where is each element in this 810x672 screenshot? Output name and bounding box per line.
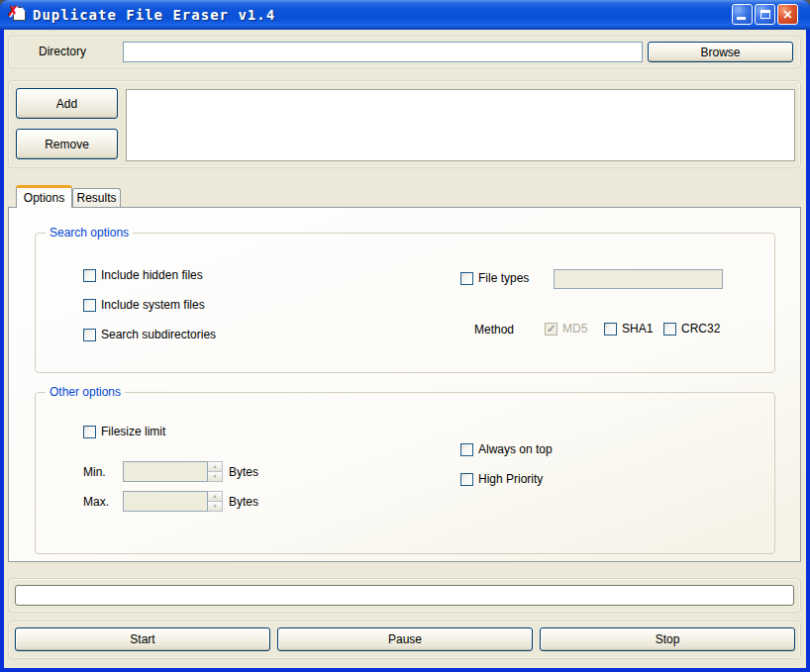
search-subdirectories-label: Search subdirectories: [101, 328, 216, 341]
app-window: ✗ Duplicate File Eraser v1.4 ✕ Directory…: [0, 0, 810, 672]
min-spinner[interactable]: ▲ ▼: [208, 461, 223, 482]
red-x-icon: ✗: [7, 3, 19, 19]
remove-button[interactable]: Remove: [16, 129, 118, 159]
search-options-group: Search options Include hidden files Incl…: [35, 233, 775, 373]
directory-input[interactable]: [123, 42, 643, 62]
method-crc32-row: CRC32: [663, 320, 720, 337]
other-options-title: Other options: [46, 385, 125, 399]
search-subdirectories-checkbox[interactable]: [83, 329, 96, 341]
method-sha1-row: SHA1: [604, 320, 653, 337]
method-md5-row: ✓ MD5: [545, 320, 587, 337]
browse-button[interactable]: Browse: [648, 42, 793, 62]
folders-panel: Add Remove: [8, 80, 801, 168]
min-row: Min. ▲ ▼ Bytes: [83, 461, 258, 482]
pause-button[interactable]: Pause: [277, 627, 533, 651]
md5-label: MD5: [562, 322, 587, 336]
include-system-files-row: Include system files: [83, 296, 205, 314]
max-label: Max.: [83, 495, 123, 509]
always-on-top-row: Always on top: [460, 440, 553, 458]
filesize-limit-row: Filesize limit: [83, 423, 165, 440]
folder-listbox[interactable]: [126, 89, 795, 161]
tab-results-label: Results: [76, 191, 116, 205]
check-icon: ✓: [547, 324, 556, 335]
include-system-files-checkbox[interactable]: [83, 299, 96, 312]
always-on-top-label: Always on top: [478, 442, 553, 456]
tab-options-label: Options: [24, 191, 64, 205]
min-input[interactable]: [123, 461, 208, 482]
max-spinner[interactable]: ▲ ▼: [208, 491, 223, 512]
crc32-checkbox[interactable]: [663, 323, 676, 336]
app-icon: ✗: [7, 6, 27, 23]
file-types-label: File types: [478, 271, 529, 285]
max-row: Max. ▲ ▼ Bytes: [83, 491, 258, 512]
directory-label: Directory: [39, 37, 86, 67]
add-button[interactable]: Add: [16, 88, 118, 119]
start-button[interactable]: Start: [15, 627, 270, 651]
close-icon: ✕: [782, 9, 792, 21]
always-on-top-checkbox[interactable]: [460, 443, 473, 456]
include-hidden-files-label: Include hidden files: [101, 268, 203, 282]
crc32-label: CRC32: [681, 322, 720, 336]
max-unit-label: Bytes: [229, 495, 258, 509]
stop-button[interactable]: Stop: [540, 627, 795, 651]
spinner-up-icon[interactable]: ▲: [208, 491, 223, 502]
maximize-icon: [760, 10, 770, 19]
spinner-down-icon[interactable]: ▼: [208, 502, 223, 512]
progress-panel: [8, 578, 801, 613]
close-button[interactable]: ✕: [777, 4, 798, 25]
file-types-row: File types: [460, 269, 529, 287]
tab-results[interactable]: Results: [72, 188, 121, 207]
actions-panel: Start Pause Stop: [8, 621, 801, 659]
min-unit-label: Bytes: [229, 465, 258, 479]
filesize-limit-label: Filesize limit: [101, 425, 165, 438]
other-options-group: Other options Filesize limit Min. ▲ ▼ By…: [35, 392, 775, 554]
window-title: Duplicate File Eraser v1.4: [33, 7, 275, 23]
include-system-files-label: Include system files: [101, 298, 205, 312]
max-input[interactable]: [123, 491, 208, 512]
progress-bar: [15, 585, 794, 606]
method-label: Method: [474, 323, 514, 336]
search-options-title: Search options: [46, 226, 133, 240]
search-subdirectories-row: Search subdirectories: [83, 326, 216, 343]
tab-options[interactable]: Options: [16, 185, 72, 208]
options-tab-page: Search options Include hidden files Incl…: [8, 207, 801, 562]
filesize-limit-checkbox[interactable]: [83, 426, 96, 438]
maximize-button[interactable]: [755, 4, 775, 25]
high-priority-label: High Priority: [478, 472, 543, 486]
client-area: Directory Browse Add Remove Options Resu…: [4, 30, 806, 668]
spinner-down-icon[interactable]: ▼: [208, 472, 223, 482]
include-hidden-files-checkbox[interactable]: [83, 269, 96, 282]
file-types-checkbox[interactable]: [460, 272, 473, 285]
minimize-icon: [737, 17, 746, 20]
md5-checkbox: ✓: [545, 323, 557, 336]
include-hidden-files-row: Include hidden files: [83, 266, 203, 284]
min-label: Min.: [83, 465, 123, 479]
minimize-button[interactable]: [732, 4, 753, 25]
high-priority-row: High Priority: [460, 470, 543, 488]
sha1-label: SHA1: [622, 322, 653, 336]
directory-panel: Directory Browse: [8, 36, 801, 68]
sha1-checkbox[interactable]: [604, 323, 617, 336]
spinner-up-icon[interactable]: ▲: [208, 461, 223, 472]
titlebar[interactable]: ✗ Duplicate File Eraser v1.4 ✕: [0, 0, 810, 30]
high-priority-checkbox[interactable]: [460, 473, 473, 486]
file-types-input[interactable]: [554, 269, 723, 289]
